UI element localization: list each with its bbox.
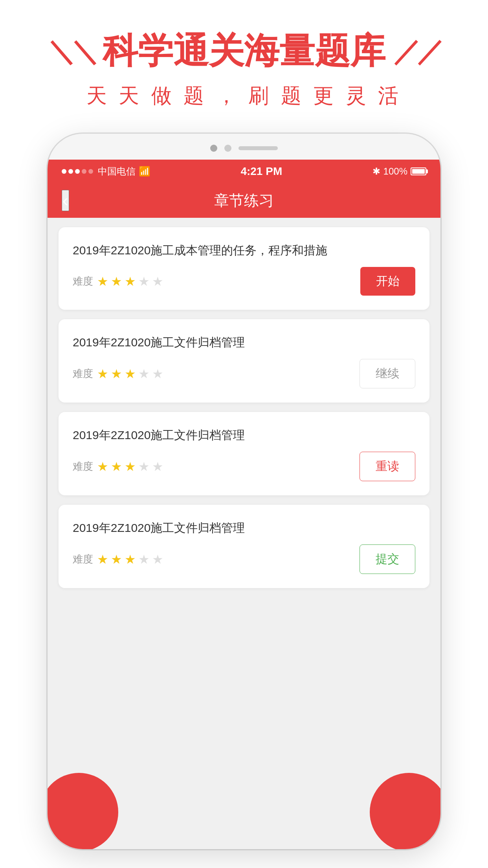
- banner-title-row: ＼＼ 科学通关海量题库 ／／: [24, 31, 464, 70]
- star-2-3: ★: [125, 366, 136, 381]
- star-3-1: ★: [97, 459, 108, 474]
- banner-title: 科学通关海量题库: [103, 31, 385, 70]
- deco-bottom-left: [48, 773, 118, 849]
- bluetooth-icon: ✱: [372, 166, 380, 177]
- wifi-icon: 📶: [139, 166, 150, 177]
- card-4-row: 难度 ★ ★ ★ ★ ★ 提交: [73, 544, 415, 574]
- page-dot-inactive: [224, 145, 231, 152]
- star-4-1: ★: [97, 552, 108, 567]
- difficulty-label-1: 难度: [73, 274, 93, 288]
- star-1-4: ★: [138, 274, 150, 289]
- star-3-4: ★: [138, 459, 150, 474]
- battery-percent: 100%: [383, 166, 407, 177]
- card-1-title: 2019年2Z1020施工成本管理的任务，程序和措施: [73, 241, 415, 259]
- slash-left-icon: ＼＼: [48, 37, 95, 65]
- star-2-1: ★: [97, 366, 108, 381]
- top-banner: ＼＼ 科学通关海量题库 ／／ 天 天 做 题 ， 刷 题 更 灵 活: [0, 0, 488, 133]
- card-4-title: 2019年2Z1020施工文件归档管理: [73, 519, 415, 537]
- stars-1: ★ ★ ★ ★ ★: [97, 274, 163, 289]
- start-button-1[interactable]: 开始: [360, 267, 415, 296]
- content-area: 2019年2Z1020施工成本管理的任务，程序和措施 难度 ★ ★ ★ ★ ★ …: [48, 218, 440, 849]
- battery-icon: [411, 167, 426, 175]
- nav-title: 章节练习: [214, 191, 274, 211]
- page-dot-active: [210, 145, 217, 152]
- stars-2: ★ ★ ★ ★ ★: [97, 366, 163, 381]
- card-4-difficulty: 难度 ★ ★ ★ ★ ★: [73, 552, 163, 567]
- card-3-title: 2019年2Z1020施工文件归档管理: [73, 426, 415, 444]
- star-3-5: ★: [152, 459, 163, 474]
- difficulty-label-3: 难度: [73, 460, 93, 473]
- star-3-3: ★: [125, 459, 136, 474]
- card-1-difficulty: 难度 ★ ★ ★ ★ ★: [73, 274, 163, 289]
- submit-button-4[interactable]: 提交: [360, 544, 415, 574]
- carrier-name: 中国电信: [98, 165, 136, 178]
- continue-button-2[interactable]: 继续: [360, 359, 415, 388]
- signal-dot-1: [62, 169, 66, 174]
- status-bar: 中国电信 📶 4:21 PM ✱ 100%: [48, 160, 440, 183]
- card-2-title: 2019年2Z1020施工文件归档管理: [73, 333, 415, 351]
- card-3-row: 难度 ★ ★ ★ ★ ★ 重读: [73, 452, 415, 481]
- status-time: 4:21 PM: [240, 165, 282, 178]
- star-2-5: ★: [152, 366, 163, 381]
- card-1: 2019年2Z1020施工成本管理的任务，程序和措施 难度 ★ ★ ★ ★ ★ …: [59, 227, 429, 310]
- phone-body: 中国电信 📶 4:21 PM ✱ 100% ‹ 章节练习 2019年2Z1020…: [48, 134, 440, 849]
- star-4-5: ★: [152, 552, 163, 567]
- card-2-difficulty: 难度 ★ ★ ★ ★ ★: [73, 366, 163, 381]
- deco-bottom-right: [370, 773, 440, 849]
- reread-button-3[interactable]: 重读: [360, 452, 415, 481]
- difficulty-label-2: 难度: [73, 367, 93, 381]
- stars-3: ★ ★ ★ ★ ★: [97, 459, 163, 474]
- card-2-row: 难度 ★ ★ ★ ★ ★ 继续: [73, 359, 415, 388]
- back-button[interactable]: ‹: [62, 190, 69, 211]
- star-3-2: ★: [111, 459, 122, 474]
- difficulty-label-4: 难度: [73, 552, 93, 566]
- card-4: 2019年2Z1020施工文件归档管理 难度 ★ ★ ★ ★ ★ 提交: [59, 505, 429, 588]
- battery-fill: [412, 169, 425, 174]
- status-right: ✱ 100%: [372, 166, 426, 177]
- star-4-4: ★: [138, 552, 150, 567]
- phone-top-bar: [48, 134, 440, 160]
- card-3: 2019年2Z1020施工文件归档管理 难度 ★ ★ ★ ★ ★ 重读: [59, 412, 429, 495]
- banner-subtitle: 天 天 做 题 ， 刷 题 更 灵 活: [24, 82, 464, 110]
- star-4-2: ★: [111, 552, 122, 567]
- nav-bar: ‹ 章节练习: [48, 183, 440, 218]
- star-1-2: ★: [111, 274, 122, 289]
- star-2-2: ★: [111, 366, 122, 381]
- signal-dots: [62, 169, 93, 174]
- status-left: 中国电信 📶: [62, 165, 150, 178]
- card-2: 2019年2Z1020施工文件归档管理 难度 ★ ★ ★ ★ ★ 继续: [59, 319, 429, 403]
- star-1-3: ★: [125, 274, 136, 289]
- phone-pill: [238, 146, 278, 150]
- star-4-3: ★: [125, 552, 136, 567]
- signal-dot-3: [75, 169, 80, 174]
- star-2-4: ★: [138, 366, 150, 381]
- phone-mockup: 中国电信 📶 4:21 PM ✱ 100% ‹ 章节练习 2019年2Z1020…: [48, 134, 440, 849]
- card-3-difficulty: 难度 ★ ★ ★ ★ ★: [73, 459, 163, 474]
- signal-dot-2: [68, 169, 73, 174]
- stars-4: ★ ★ ★ ★ ★: [97, 552, 163, 567]
- star-1-1: ★: [97, 274, 108, 289]
- signal-dot-4: [82, 169, 86, 174]
- star-1-5: ★: [152, 274, 163, 289]
- slash-right-icon: ／／: [393, 37, 440, 65]
- signal-dot-5: [88, 169, 93, 174]
- card-1-row: 难度 ★ ★ ★ ★ ★ 开始: [73, 267, 415, 296]
